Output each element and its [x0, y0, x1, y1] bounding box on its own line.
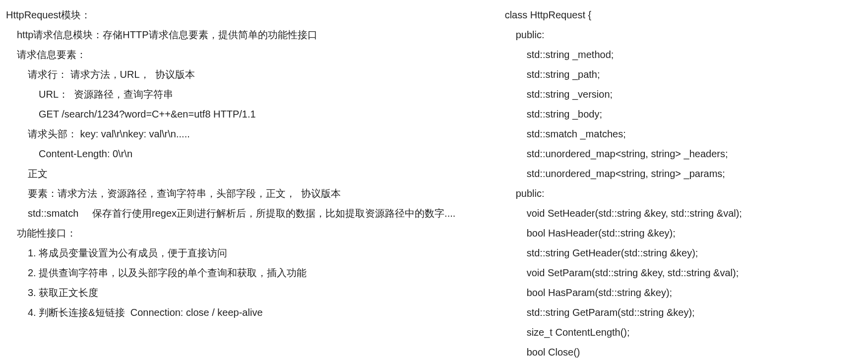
api-item-4: 4. 判断长连接&短链接 Connection: close / keep-al…	[6, 302, 501, 322]
get-example: GET /search/1234?word=C++&en=utf8 HTTP/1…	[6, 104, 501, 124]
api-item-2: 2. 提供查询字符串，以及头部字段的单个查询和获取，插入功能	[6, 263, 501, 283]
public-2: public:	[505, 183, 862, 203]
api-item-3: 3. 获取正文长度	[6, 283, 501, 302]
member-method: std::string _method;	[505, 45, 862, 64]
fn-setheader: void SetHeader(std::string &key, std::st…	[505, 203, 862, 223]
api-item-1: 1. 将成员变量设置为公有成员，便于直接访问	[6, 243, 501, 263]
fn-hasheader: bool HasHeader(std::string &key);	[505, 223, 862, 243]
content-length-example: Content-Length: 0\r\n	[6, 144, 501, 164]
smatch-desc: std::smatch 保存首行使用regex正则进行解析后，所提取的数据，比如…	[6, 203, 501, 223]
member-body: std::string _body;	[505, 104, 862, 124]
fn-getparam: std::string GetParam(std::string &key);	[505, 302, 862, 322]
member-version: std::string _version;	[505, 84, 862, 104]
member-path: std::string _path;	[505, 64, 862, 84]
fn-getheader: std::string GetHeader(std::string &key);	[505, 243, 862, 263]
fn-hasparam: bool HasParam(std::string &key);	[505, 283, 862, 302]
headers-desc: 请求头部： key: val\r\nkey: val\r\n.....	[6, 124, 501, 144]
member-matches: std::smatch _matches;	[505, 124, 862, 144]
module-desc: http请求信息模块：存储HTTP请求信息要素，提供简单的功能性接口	[6, 25, 501, 45]
fn-contentlength: size_t ContentLength();	[505, 322, 862, 342]
elements-list: 要素：请求方法，资源路径，查询字符串，头部字段，正文， 协议版本	[6, 183, 501, 203]
member-headers: std::unordered_map<string, string> _head…	[505, 144, 862, 164]
url-desc: URL： 资源路径，查询字符串	[6, 84, 501, 104]
public-1: public:	[505, 25, 862, 45]
module-title: HttpRequest模块：	[6, 5, 501, 25]
elements-header: 请求信息要素：	[6, 45, 501, 64]
fn-setparam: void SetParam(std::string &key, std::str…	[505, 263, 862, 283]
request-line: 请求行： 请求方法，URL， 协议版本	[6, 64, 501, 84]
class-decl: class HttpRequest {	[505, 5, 862, 25]
fn-close: bool Close()	[505, 342, 862, 362]
body-label: 正文	[6, 164, 501, 183]
api-header: 功能性接口：	[6, 223, 501, 243]
member-params: std::unordered_map<string, string> _para…	[505, 164, 862, 183]
right-column: class HttpRequest { public: std::string …	[501, 5, 862, 362]
left-column: HttpRequest模块： http请求信息模块：存储HTTP请求信息要素，提…	[6, 5, 501, 362]
